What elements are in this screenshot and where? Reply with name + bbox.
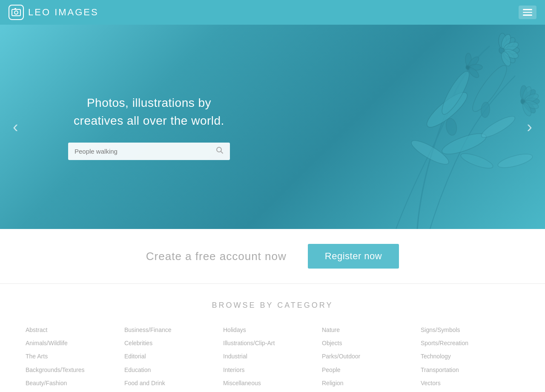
category-link[interactable]: Backgrounds/Textures (26, 365, 124, 375)
search-input[interactable] (68, 143, 209, 160)
hero-content: Photos, illustrations by creatives all o… (0, 94, 230, 160)
category-link[interactable]: Industrial (223, 351, 322, 362)
hamburger-line-2 (523, 12, 532, 13)
category-column-2: HolidaysIllustrations/Clip-ArtIndustrial… (223, 325, 322, 392)
category-link[interactable]: Interiors (223, 365, 322, 375)
category-column-1: Business/FinanceCelebritiesEditorialEduc… (124, 325, 223, 392)
category-link[interactable]: Technology (421, 351, 519, 362)
categories-grid: AbstractAnimals/WildlifeThe ArtsBackgrou… (26, 325, 519, 392)
category-link[interactable]: Religion (322, 378, 421, 389)
next-arrow-button[interactable]: › (522, 114, 536, 140)
category-link[interactable]: Animals/Wildlife (26, 338, 124, 349)
svg-point-32 (459, 151, 495, 171)
hero-section: ‹ Photos, illustrations by creatives all… (0, 25, 545, 229)
category-link[interactable]: Vectors (421, 378, 519, 389)
category-column-0: AbstractAnimals/WildlifeThe ArtsBackgrou… (26, 325, 124, 392)
category-link[interactable]: Nature (322, 325, 421, 335)
category-link[interactable]: The Arts (26, 351, 124, 362)
svg-line-37 (221, 151, 223, 153)
logo-area: LEO IMAGES (9, 5, 99, 20)
svg-point-1 (14, 11, 18, 14)
category-link[interactable]: People (322, 365, 421, 375)
category-link[interactable]: Objects (322, 338, 421, 349)
categories-title: BROWSE BY CATEGORY (26, 301, 519, 310)
category-link[interactable]: Beauty/Fashion (26, 378, 124, 389)
header: LEO IMAGES (0, 0, 545, 25)
cta-section: Create a free account now Register now (0, 229, 545, 284)
category-link[interactable]: Miscellaneous (223, 378, 322, 389)
search-button[interactable] (209, 143, 230, 160)
category-link[interactable]: Holidays (223, 325, 322, 335)
category-link[interactable]: Signs/Symbols (421, 325, 519, 335)
category-column-4: Signs/SymbolsSports/RecreationTechnology… (421, 325, 519, 392)
svg-point-34 (445, 117, 458, 136)
hamburger-line-1 (523, 9, 532, 10)
category-link[interactable]: Education (124, 365, 223, 375)
hero-background (226, 25, 545, 229)
category-column-3: NatureObjectsParks/OutdoorPeopleReligion… (322, 325, 421, 392)
prev-arrow-button[interactable]: ‹ (9, 114, 23, 140)
logo-icon (9, 5, 24, 20)
category-link[interactable]: Food and Drink (124, 378, 223, 389)
menu-button[interactable] (519, 6, 536, 19)
category-link[interactable]: Editorial (124, 351, 223, 362)
hero-title: Photos, illustrations by creatives all o… (68, 94, 230, 130)
category-link[interactable]: Transportation (421, 365, 519, 375)
hamburger-line-3 (523, 14, 532, 16)
category-link[interactable]: Parks/Outdoor (322, 351, 421, 362)
category-link[interactable]: Business/Finance (124, 325, 223, 335)
svg-rect-2 (14, 8, 16, 9)
category-link[interactable]: Celebrities (124, 338, 223, 349)
logo-text: LEO IMAGES (28, 7, 99, 18)
cta-text: Create a free account now (146, 250, 287, 263)
search-bar (68, 143, 230, 160)
svg-rect-0 (12, 9, 20, 16)
register-button[interactable]: Register now (308, 244, 399, 269)
category-link[interactable]: Illustrations/Clip-Art (223, 338, 322, 349)
svg-point-33 (496, 152, 534, 171)
category-link[interactable]: Sports/Recreation (421, 338, 519, 349)
category-link[interactable]: Abstract (26, 325, 124, 335)
categories-section: BROWSE BY CATEGORY AbstractAnimals/Wildl… (0, 284, 545, 392)
